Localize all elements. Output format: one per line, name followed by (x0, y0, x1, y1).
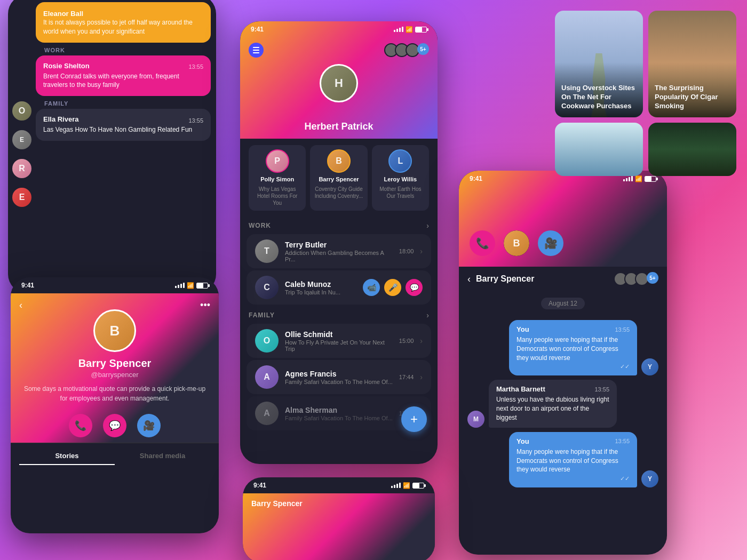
chat-button[interactable]: 💬 (406, 279, 423, 296)
back-button[interactable]: ‹ (467, 274, 471, 285)
status-bar: 9:41 📶 (11, 277, 219, 293)
contact-avatar: C (255, 276, 279, 299)
profile-avatar: B (93, 309, 136, 352)
message-sent: You 13:55 Many people were hoping that i… (467, 320, 658, 375)
message-sender: Martha Barnett (496, 385, 545, 393)
story-avatar[interactable]: E (12, 130, 31, 149)
contact-time: 17:44 (399, 374, 414, 380)
status-icons: 📶 (394, 26, 427, 33)
video-button[interactable]: 🎥 (137, 414, 161, 437)
contact-name: Ollie Schmidt (285, 330, 393, 339)
story-subtitle: Why Las Vegas Hotel Rooms For You (253, 186, 301, 206)
profile-tabs: Stories Shared media (11, 443, 219, 474)
section-header-work: WORK › (240, 217, 438, 232)
call-button[interactable]: 📞 (69, 414, 92, 437)
compose-button[interactable]: + (401, 406, 427, 432)
signal-bar (394, 30, 395, 32)
story-item[interactable]: P Polly Simon Why Las Vegas Hotel Rooms … (249, 145, 306, 211)
message-sent: You 13:55 Many people were hoping that i… (467, 432, 658, 487)
more-options-button[interactable]: ••• (200, 300, 210, 311)
wifi-icon: 📶 (403, 482, 410, 489)
group-label-family: FAMILY (36, 100, 211, 107)
sender-avatar: Y (641, 358, 658, 375)
message-bubble-yellow: Eleanor Ball It is not always possible t… (36, 2, 211, 43)
bubble-sender-name: Eleanor Ball (43, 10, 83, 18)
call-buttons: 📹 🎤 💬 (363, 279, 423, 296)
bubble-text: Las Vegas How To Have Non Gambling Relat… (43, 125, 203, 134)
contact-time: 15:00 (399, 338, 414, 344)
contact-item[interactable]: T Terry Butler Addiction When Gambling B… (247, 234, 431, 268)
story-avatars-left: O E R E (12, 101, 31, 207)
signal-bars (391, 483, 401, 488)
chat-bubble: Martha Barnett 13:55 Unless you have the… (489, 380, 617, 427)
status-icons: 📶 (175, 282, 208, 289)
wifi-icon: 📶 (406, 26, 413, 33)
menu-button[interactable] (249, 43, 264, 58)
phone-main: 9:41 📶 (240, 21, 438, 464)
contact-info: Agnes Francis Family Safari Vacation To … (285, 370, 393, 385)
contact-name-overlay: Barry Spencer (251, 499, 303, 508)
hero-name: Herbert Patrick (240, 121, 438, 132)
article-card[interactable] (648, 123, 736, 176)
bubble-time: 13:55 (188, 63, 203, 70)
article-card[interactable] (555, 123, 643, 176)
hero-section: 9:41 📶 (240, 21, 438, 139)
story-avatar: B (327, 149, 351, 173)
chat-bubble: You 13:55 Many people were hoping that i… (509, 432, 637, 487)
sender-avatar: M (467, 411, 484, 428)
contact-name-text: Barry Spencer (251, 499, 303, 508)
article-overlay: Using Overstock Sites On The Net For Coo… (555, 62, 643, 117)
calling-item[interactable]: C Caleb Munoz Trip To Iqaluit In Nu... 📹… (247, 270, 431, 305)
story-avatar[interactable]: E (12, 188, 31, 207)
message-text: Many people were hoping that if the Demo… (516, 447, 630, 474)
partial-hero: Barry Spencer (243, 493, 435, 560)
article-overlay: The Surprising Popularity Of Cigar Smoki… (648, 62, 736, 117)
tab-shared-media[interactable]: Shared media (115, 452, 210, 465)
chevron-right-icon[interactable]: › (426, 221, 429, 230)
contact-name: Agnes Francis (285, 370, 393, 378)
contact-info: Alma Sherman Family Safari Vacation To T… (285, 406, 393, 421)
story-avatar[interactable]: O (12, 101, 31, 121)
contact-time: 18:00 (399, 248, 414, 254)
profile-bio: Some days a motivational quote can provi… (21, 384, 208, 403)
story-subtitle: Mother Earth Hos Our Travels (376, 186, 425, 199)
hero-avatar: H (320, 64, 358, 102)
video-action-button[interactable]: 🎥 (538, 230, 563, 256)
contact-avatar: O (255, 329, 279, 353)
contact-item-ollie[interactable]: O Ollie Schmidt How To Fly A Private Jet… (247, 324, 431, 358)
video-call-button[interactable]: 📹 (363, 279, 380, 296)
article-card[interactable]: The Surprising Popularity Of Cigar Smoki… (648, 11, 736, 117)
contact-item-agnes[interactable]: A Agnes Francis Family Safari Vacation T… (247, 360, 431, 394)
chevron-right-icon[interactable]: › (426, 311, 429, 319)
contact-name: Caleb Munoz (285, 280, 356, 289)
chat-avatars-row: 5+ (614, 272, 658, 286)
section-header-family: FAMILY › (240, 307, 438, 322)
signal-bars (394, 27, 403, 32)
story-item[interactable]: L Leroy Willis Mother Earth Hos Our Trav… (372, 145, 429, 211)
signal-bar (402, 27, 403, 32)
stories-row: P Polly Simon Why Las Vegas Hotel Rooms … (240, 145, 438, 211)
read-receipt: ✓✓ (516, 475, 630, 482)
message-sender: You (516, 437, 529, 445)
status-bar: 9:41 📶 (240, 21, 438, 37)
story-item[interactable]: B Barry Spencer Coventry City Guide Incl… (310, 145, 367, 211)
message-button[interactable]: 💬 (103, 414, 126, 437)
menu-icon (253, 47, 259, 53)
profile-actions: 📞 💬 🎥 (69, 414, 161, 437)
mic-button[interactable]: 🎤 (384, 279, 401, 296)
story-avatar[interactable]: R (12, 159, 31, 178)
back-button[interactable]: ‹ (19, 300, 22, 311)
tab-stories[interactable]: Stories (19, 452, 115, 465)
bubble-header: Martha Barnett 13:55 (496, 385, 609, 393)
story-name: Polly Simon (260, 176, 294, 182)
article-card[interactable]: Using Overstock Sites On The Net For Coo… (555, 11, 643, 117)
read-receipt: ✓✓ (516, 363, 630, 370)
contact-name: Terry Butler (285, 241, 393, 249)
phone-action-button[interactable]: 📞 (470, 230, 495, 256)
signal-bars (175, 283, 185, 288)
phone-chat: 9:41 📶 📞 B 🎥 ‹ Barry Spencer (459, 171, 667, 555)
bubble-text: Brent Conrad talks with everyone from, f… (43, 72, 203, 90)
story-avatar: L (388, 149, 412, 173)
section-title: WORK (249, 222, 271, 229)
group-label-work: WORK (36, 47, 211, 53)
